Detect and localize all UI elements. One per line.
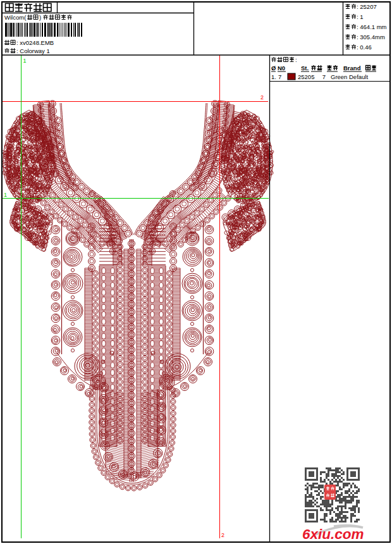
svg-text:Green: Green (331, 73, 347, 80)
svg-text:: 1: : 1 (357, 13, 364, 20)
svg-text:25205: 25205 (298, 73, 314, 80)
svg-text:7: 7 (278, 73, 281, 80)
svg-text:1: 1 (4, 192, 7, 198)
svg-text:Wilcom(: Wilcom( (4, 14, 27, 21)
svg-text:St.: St. (301, 65, 309, 71)
svg-text:: 25207: : 25207 (357, 3, 377, 10)
svg-text:N0: N0 (278, 65, 285, 71)
svg-text:6xiu.com: 6xiu.com (302, 526, 364, 542)
svg-text:Ø: Ø (271, 65, 276, 71)
svg-text:): ) (39, 14, 41, 21)
svg-text:Default: Default (349, 73, 368, 80)
svg-text:: Colorway 1: : Colorway 1 (16, 47, 50, 54)
svg-text:: xv0248.EMB: : xv0248.EMB (16, 39, 54, 46)
svg-text:2: 2 (221, 532, 224, 538)
svg-text::: : (295, 56, 297, 63)
svg-text:1.: 1. (271, 73, 276, 80)
svg-text:7: 7 (322, 73, 326, 80)
svg-text:: 464.1 mm: : 464.1 mm (357, 23, 387, 30)
svg-text:2: 2 (260, 94, 264, 101)
svg-text:1: 1 (23, 58, 27, 64)
svg-text:: 305.4mm: : 305.4mm (357, 34, 385, 40)
svg-text:: 0.46: : 0.46 (357, 44, 372, 51)
svg-text:Brand: Brand (343, 65, 361, 71)
